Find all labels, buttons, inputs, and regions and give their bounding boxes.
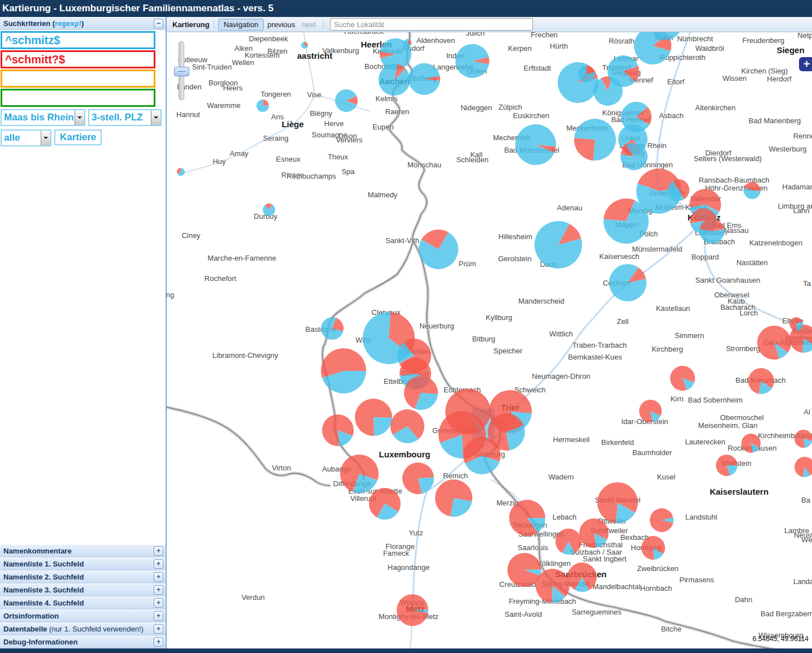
bottom-strip: [0, 648, 812, 653]
layer-switcher-button[interactable]: +: [799, 57, 812, 71]
pie-marker[interactable]: [515, 124, 556, 165]
pie-marker[interactable]: [555, 529, 581, 555]
pie-marker[interactable]: [668, 179, 689, 201]
pie-marker[interactable]: [355, 399, 392, 436]
pie-marker[interactable]: [607, 55, 639, 87]
map-canvas[interactable]: DiepenbeekHoensbroekJülichAldenhovenFrec…: [167, 32, 812, 648]
kartiere-button[interactable]: Kartiere: [54, 129, 102, 145]
panel-header-5[interactable]: Namenliste 4. Suchfeld+: [0, 596, 166, 609]
regex-field-1[interactable]: [1, 31, 155, 49]
pie-marker[interactable]: [609, 264, 646, 301]
pie-marker[interactable]: [579, 518, 609, 548]
chevron-down-icon: [41, 131, 50, 145]
pie-marker[interactable]: [409, 63, 440, 95]
pie-marker[interactable]: [620, 143, 648, 170]
pie-slice-red: [574, 138, 595, 161]
expand-icon[interactable]: +: [154, 572, 163, 582]
panel-label: Datentabelle: [3, 625, 47, 633]
navigation-button[interactable]: Navigation: [218, 19, 264, 31]
pie-marker[interactable]: [321, 348, 366, 393]
pie-marker[interactable]: [757, 326, 791, 360]
pie-marker[interactable]: [748, 368, 774, 394]
pie-marker[interactable]: [597, 482, 638, 523]
previous-button[interactable]: previous: [264, 19, 298, 30]
pie-marker[interactable]: [741, 434, 761, 453]
expand-icon[interactable]: +: [154, 637, 163, 647]
pie-marker[interactable]: [716, 455, 737, 476]
expand-icon[interactable]: +: [154, 559, 163, 569]
filter-select[interactable]: alle: [1, 129, 51, 146]
pie-marker[interactable]: [435, 479, 472, 517]
pie-marker[interactable]: [369, 488, 401, 520]
pie-marker[interactable]: [535, 221, 582, 269]
pie-marker[interactable]: [578, 66, 595, 83]
pie-marker[interactable]: [567, 563, 597, 592]
mouse-coordinates: 6.54645, 49.96114: [753, 635, 809, 643]
pie-marker[interactable]: [335, 89, 358, 112]
pie-marker[interactable]: [463, 437, 501, 474]
expand-icon[interactable]: +: [154, 585, 163, 595]
pie-marker[interactable]: [177, 168, 185, 176]
pie-marker[interactable]: [397, 594, 428, 626]
expand-icon[interactable]: +: [154, 598, 163, 608]
pie-marker[interactable]: [641, 536, 665, 560]
pie-marker[interactable]: [794, 430, 812, 448]
expand-icon[interactable]: +: [154, 546, 163, 556]
search-panel-title: Suchkriterien (regexp!): [3, 19, 84, 28]
locality-search-input[interactable]: [330, 18, 533, 31]
pie-marker[interactable]: [536, 569, 570, 603]
panel-header-7[interactable]: Datentabelle (nur 1. Suchfeld verwenden!…: [0, 622, 166, 635]
pie-marker[interactable]: [670, 366, 695, 391]
regex-field-4[interactable]: [1, 89, 155, 107]
panel-header-3[interactable]: Namenliste 2. Suchfeld+: [0, 570, 166, 583]
pie-marker[interactable]: [390, 409, 424, 443]
panel-header-2[interactable]: Namenliste 1. Suchfeld+: [0, 557, 166, 570]
pie-marker[interactable]: [321, 317, 344, 340]
pie-marker[interactable]: [455, 44, 489, 78]
panel-header-8[interactable]: Debug-Informationen+: [0, 635, 166, 648]
panel-header-4[interactable]: Namenliste 3. Suchfeld+: [0, 583, 166, 596]
pie-marker[interactable]: [509, 500, 545, 536]
pie-marker[interactable]: [322, 414, 354, 446]
region-select[interactable]: Maas bis Rhein: [1, 109, 85, 126]
pie-marker[interactable]: [603, 198, 649, 244]
pie-marker[interactable]: [340, 455, 379, 493]
expand-icon[interactable]: +: [154, 624, 163, 634]
pie-marker[interactable]: [419, 230, 458, 269]
pie-marker[interactable]: [650, 508, 674, 532]
panel-label: Debug-Informationen: [3, 638, 77, 646]
pie-marker[interactable]: [574, 119, 616, 161]
sidebar: Suchkriterien (regexp!) − Maas bis Rhein…: [0, 17, 167, 648]
regex-field-3[interactable]: [1, 70, 155, 88]
pie-marker[interactable]: [379, 64, 410, 96]
pie-marker[interactable]: [404, 376, 438, 410]
app-title: Kartierung - Luxemburgischer Familiennam…: [0, 0, 812, 17]
collapse-icon[interactable]: −: [154, 19, 163, 28]
panel-header-6[interactable]: Ortsinformation+: [0, 609, 166, 622]
plz-select[interactable]: 3-stell. PLZ: [88, 109, 162, 126]
panel-label: Ortsinformation: [3, 612, 59, 620]
regex-field-2[interactable]: [1, 50, 155, 68]
pie-marker[interactable]: [744, 182, 761, 199]
pie-marker[interactable]: [402, 462, 434, 494]
pie-slice-blue: [700, 229, 724, 244]
regexp-link[interactable]: regexp!: [55, 19, 81, 28]
panel-label: Namenliste 2. Suchfeld: [3, 573, 84, 581]
pie-marker[interactable]: [257, 100, 269, 112]
pie-marker[interactable]: [794, 457, 812, 477]
pie-marker[interactable]: [789, 317, 803, 331]
search-fields: [0, 31, 166, 107]
map-toolbar: Kartierung Navigation previous next: [167, 17, 812, 32]
zoom-slider-handle[interactable]: [174, 67, 189, 76]
panel-header-1[interactable]: Namenkommentare+: [0, 544, 166, 557]
panel-label: Namenliste 1. Suchfeld: [3, 560, 84, 568]
pie-slice-blue: [515, 124, 556, 165]
search-panel-header[interactable]: Suchkriterien (regexp!) −: [0, 17, 166, 30]
pie-marker[interactable]: [639, 400, 662, 422]
pie-marker[interactable]: [700, 219, 724, 244]
pie-marker[interactable]: [263, 204, 275, 216]
pie-markers-layer: [167, 32, 812, 648]
pie-marker[interactable]: [301, 42, 308, 49]
expand-icon[interactable]: +: [154, 611, 163, 621]
map-area: Kartierung Navigation previous next Diep…: [167, 17, 812, 648]
